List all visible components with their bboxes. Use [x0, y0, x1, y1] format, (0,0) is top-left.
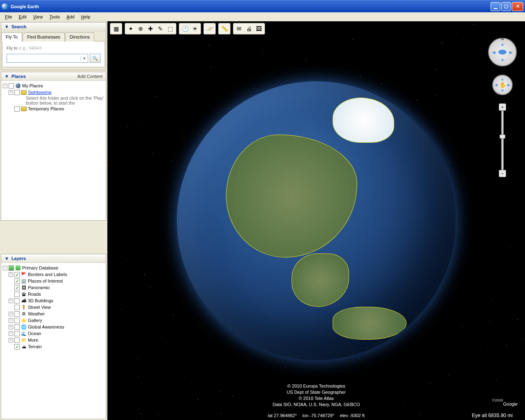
checkbox[interactable]: ✓	[14, 278, 20, 284]
expander-icon[interactable]	[9, 279, 13, 283]
expander-icon[interactable]: −	[3, 84, 7, 88]
add-content-link[interactable]: Add Content	[78, 74, 103, 79]
zoom-thumb[interactable]	[500, 135, 505, 139]
places-header[interactable]: ▼ Places Add Content	[1, 72, 106, 81]
minimize-button[interactable]: ▁	[491, 2, 500, 11]
menu-view[interactable]: View	[30, 14, 46, 20]
layer-item[interactable]: +🏙3D Buildings	[3, 297, 104, 304]
tb-placemark[interactable]: ✦	[126, 24, 136, 33]
tb-overlay[interactable]: ✎	[155, 24, 165, 33]
checkbox[interactable]	[14, 324, 20, 330]
expander-icon[interactable]: +	[9, 272, 13, 277]
globe-viewport[interactable]: ▦ ✦ ⊕ ✚ ✎ ⬚ 🕐 ☀ 🪐 📏 ✉ 🖨 🖼	[107, 21, 525, 420]
layer-item[interactable]: +🌐Global Awareness	[3, 324, 104, 330]
checkbox[interactable]	[14, 331, 20, 336]
checkbox[interactable]	[14, 318, 20, 323]
layer-item[interactable]: +⭐Gallery	[3, 317, 104, 324]
tb-planet[interactable]: 🪐	[205, 24, 215, 33]
checkbox[interactable]: ✓	[14, 272, 20, 277]
search-dropdown-icon[interactable]: ▾	[80, 56, 88, 61]
checkbox[interactable]	[14, 292, 20, 297]
menu-edit[interactable]: Edit	[16, 14, 30, 20]
checkbox[interactable]	[9, 83, 14, 89]
close-button[interactable]: ✕	[512, 2, 523, 11]
expander-icon[interactable]: +	[9, 312, 13, 316]
tab-find-businesses[interactable]: Find Businesses	[23, 32, 65, 41]
layer-item[interactable]: ✓🏢Places of Interest	[3, 278, 104, 284]
menu-add[interactable]: Add	[63, 14, 78, 20]
zoom-track[interactable]	[501, 111, 504, 170]
search-button[interactable]: 🔍	[90, 54, 100, 63]
search-input[interactable]	[7, 56, 80, 61]
tb-image[interactable]: 🖼	[254, 24, 264, 33]
tab-directions[interactable]: Directions	[65, 32, 94, 41]
maximize-button[interactable]: ▢	[501, 2, 511, 11]
arrow-down-icon[interactable]: ▼	[500, 58, 504, 62]
layer-item[interactable]: +✓🚩Borders and Labels	[3, 271, 104, 278]
checkbox[interactable]	[14, 338, 20, 343]
tb-ruler[interactable]: 📏	[219, 24, 229, 33]
eye-icon[interactable]	[498, 50, 507, 55]
tree-my-places[interactable]: − My Places	[3, 82, 104, 89]
checkbox[interactable]	[14, 305, 20, 310]
checkbox[interactable]	[14, 311, 20, 317]
arrow-left-icon[interactable]: ◀	[495, 83, 498, 87]
expander-icon[interactable]: −	[3, 266, 7, 270]
layer-item[interactable]: ✓⛰Terrain	[3, 343, 104, 350]
expander-icon[interactable]: +	[9, 318, 13, 323]
expander-icon[interactable]: +	[9, 325, 13, 329]
tb-email[interactable]: ✉	[234, 24, 244, 33]
tb-record[interactable]: ⬚	[165, 24, 175, 33]
expander-icon[interactable]: +	[9, 90, 13, 95]
menu-help[interactable]: Help	[78, 14, 94, 20]
expander-icon[interactable]	[9, 292, 13, 297]
nav-look-control[interactable]: N ▲ ▼ ◀ ▶	[488, 38, 517, 66]
layer-label: Ocean	[28, 331, 41, 336]
arrow-right-icon[interactable]: ▶	[509, 50, 513, 55]
hand-icon[interactable]: ✋	[499, 82, 506, 88]
tb-print[interactable]: 🖨	[244, 24, 254, 33]
globe[interactable]	[177, 81, 456, 360]
tree-primary-db[interactable]: − Primary Database	[3, 265, 104, 271]
expander-icon[interactable]: +	[9, 331, 13, 336]
tree-sightseeing[interactable]: + Sightseeing	[3, 89, 104, 96]
expander-icon[interactable]	[9, 345, 13, 349]
checkbox[interactable]	[14, 90, 20, 95]
layer-item[interactable]: +⚙Weather	[3, 310, 104, 317]
search-header[interactable]: ▼ Search	[1, 23, 106, 31]
arrow-up-icon[interactable]: ▲	[500, 42, 504, 46]
menu-file[interactable]: File	[2, 14, 16, 20]
checkbox[interactable]	[14, 298, 20, 304]
layer-icon: 🛣	[21, 291, 27, 297]
expander-icon[interactable]: +	[9, 299, 13, 303]
checkbox[interactable]: ✓	[14, 285, 20, 290]
layers-header[interactable]: ▼ Layers	[1, 254, 106, 263]
arrow-right-icon[interactable]: ▶	[507, 83, 510, 87]
layer-item[interactable]: +🌊Ocean	[3, 330, 104, 337]
arrow-up-icon[interactable]: ▲	[501, 77, 504, 81]
zoom-slider[interactable]: + −	[500, 103, 505, 177]
zoom-in-button[interactable]: +	[499, 103, 506, 111]
expander-icon[interactable]	[9, 285, 13, 290]
nav-pan-control[interactable]: ▲ ▼ ◀ ▶ ✋	[492, 75, 513, 95]
zoom-out-button[interactable]: −	[499, 170, 506, 177]
tree-temp-places[interactable]: Temporary Places	[3, 105, 104, 112]
arrow-down-icon[interactable]: ▼	[501, 89, 504, 93]
tb-sidebar-toggle[interactable]: ▦	[111, 24, 121, 33]
arrow-left-icon[interactable]: ◀	[492, 50, 495, 55]
checkbox[interactable]: ✓	[14, 344, 20, 349]
layer-item[interactable]: 🧍Street View	[3, 304, 104, 310]
tb-sun[interactable]: ☀	[190, 24, 200, 33]
layer-item[interactable]: ✓🖼Panoramio	[3, 284, 104, 291]
expander-icon[interactable]: +	[9, 338, 13, 342]
layer-item[interactable]: 🛣Roads	[3, 291, 104, 297]
menu-tools[interactable]: Tools	[46, 14, 63, 20]
tab-fly-to[interactable]: Fly To	[1, 32, 22, 41]
checkbox[interactable]	[14, 106, 20, 112]
checkbox[interactable]	[9, 265, 14, 271]
layer-item[interactable]: +📁More	[3, 337, 104, 343]
tb-polygon[interactable]: ⊕	[136, 24, 146, 33]
expander-icon[interactable]	[9, 305, 13, 310]
tb-clock[interactable]: 🕐	[180, 24, 190, 33]
tb-path[interactable]: ✚	[146, 24, 155, 33]
